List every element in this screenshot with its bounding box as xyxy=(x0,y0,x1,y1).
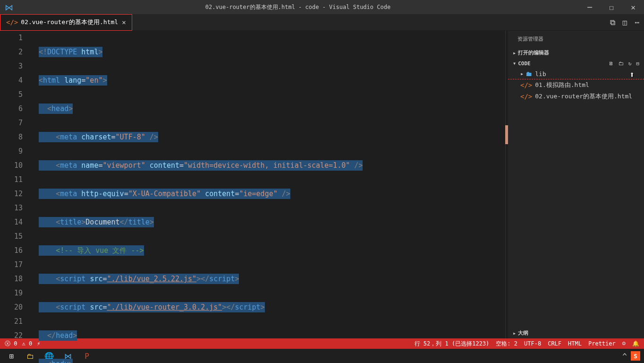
code-editor[interactable]: 1 2 3 4 5 6 7 8 9 10 11 12 13 14 15 16 1… xyxy=(0,31,508,338)
notifications-icon[interactable]: 🔔 xyxy=(632,340,639,347)
encoding[interactable]: UTF-8 xyxy=(524,340,541,347)
refresh-icon[interactable]: ↻ xyxy=(628,60,632,67)
code-folder-section[interactable]: ▾ CODE 🗎 🗀 ↻ ⊟ xyxy=(508,58,644,69)
chevron-down-icon: ▾ xyxy=(513,60,516,67)
code-content[interactable]: <!DOCTYPE html> <html lang="en"> <head> … xyxy=(32,31,505,338)
file-item-01[interactable]: </> 01.模拟路由.html xyxy=(508,79,644,91)
feedback-icon[interactable]: ☺ xyxy=(622,340,626,347)
tray-chevron-icon[interactable]: ^ xyxy=(622,352,627,361)
start-button[interactable]: ⊞ xyxy=(2,349,21,363)
html-file-icon: </> xyxy=(520,81,532,89)
html-file-icon: </> xyxy=(520,93,532,100)
tab-close-icon[interactable]: ✕ xyxy=(122,18,126,26)
vscode-logo-icon: ⋈ xyxy=(5,2,13,12)
cursor-icon: ⬆ xyxy=(629,69,635,79)
folder-item-lib[interactable]: ▸ 🖿 lib ⬆ xyxy=(508,69,644,79)
file-item-02[interactable]: </> 02.vue-router的基本使用.html xyxy=(508,91,644,102)
window-title: 02.vue-router的基本使用.html - code - Visual … xyxy=(205,3,390,11)
line-numbers: 1 2 3 4 5 6 7 8 9 10 11 12 13 14 15 16 1… xyxy=(0,31,32,338)
new-folder-icon[interactable]: 🗀 xyxy=(619,60,624,67)
collapse-icon[interactable]: ⊟ xyxy=(636,60,639,67)
tray-app-icon[interactable]: S xyxy=(631,351,640,361)
new-file-icon[interactable]: 🗎 xyxy=(609,60,614,67)
split-editor-icon[interactable]: ◫ xyxy=(623,18,627,27)
tab-bar: </> 02.vue-router的基本使用.html ✕ ⧉ ◫ ⋯ xyxy=(0,14,644,31)
sidebar-title: 资源管理器 xyxy=(508,31,644,47)
folder-icon: 🖿 xyxy=(525,70,532,78)
outline-section[interactable]: ▸ 大纲 xyxy=(508,328,644,338)
chevron-right-icon: ▸ xyxy=(513,50,516,56)
close-button[interactable]: ✕ xyxy=(622,0,644,14)
chevron-right-icon: ▸ xyxy=(520,70,524,77)
compare-icon[interactable]: ⧉ xyxy=(610,18,615,27)
more-icon[interactable]: ⋯ xyxy=(635,18,639,27)
open-editors-section[interactable]: ▸ 打开的编辑器 xyxy=(508,47,644,58)
eol[interactable]: CRLF xyxy=(548,340,561,347)
titlebar: ⋈ 02.vue-router的基本使用.html - code - Visua… xyxy=(0,0,644,14)
maximize-button[interactable]: ☐ xyxy=(601,0,622,14)
chevron-right-icon: ▸ xyxy=(513,330,516,337)
prettier[interactable]: Prettier xyxy=(588,340,616,347)
tab-label: 02.vue-router的基本使用.html xyxy=(21,18,118,26)
minimize-button[interactable]: ─ xyxy=(579,0,601,14)
explorer-sidebar: 资源管理器 ▸ 打开的编辑器 ▾ CODE 🗎 🗀 ↻ ⊟ ▸ 🖿 lib ⬆ … xyxy=(508,31,644,338)
language-mode[interactable]: HTML xyxy=(568,340,582,347)
tab-active[interactable]: </> 02.vue-router的基本使用.html ✕ xyxy=(0,14,132,31)
html-file-icon: </> xyxy=(6,18,18,26)
warnings-icon[interactable]: ⚠ 0 xyxy=(22,340,32,347)
